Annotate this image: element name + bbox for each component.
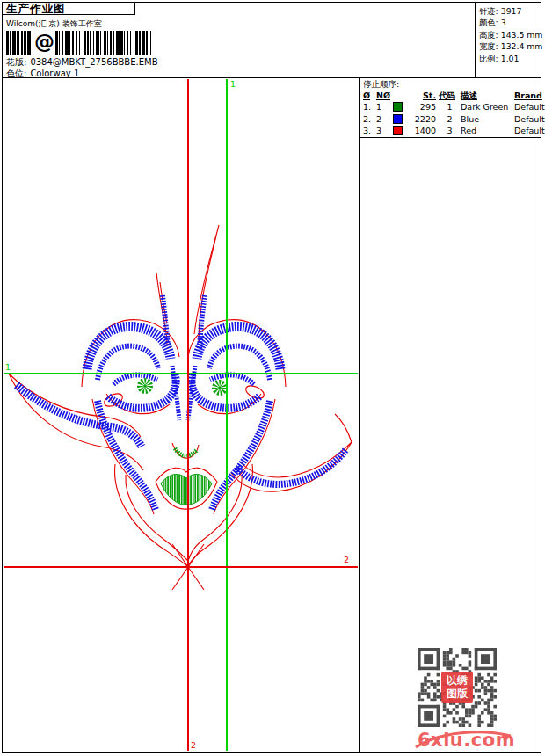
design-canvas: 1 1 2 2 — [3, 77, 359, 752]
table-row: 2. — [363, 113, 376, 126]
worksheet-border: 生产作业图 Wilcom(汇 京) 装饰工作室 @ 花版:0384@MBKT_2… — [2, 2, 541, 753]
color-swatch — [393, 126, 403, 135]
production-worksheet: 生产作业图 Wilcom(汇 京) 装饰工作室 @ 花版:0384@MBKT_2… — [0, 0, 545, 756]
col-seq: Ø — [363, 90, 376, 101]
pattern-label: 花版: — [6, 57, 26, 67]
color-swatch — [393, 102, 403, 112]
stat-stitches: 针迹:3917 — [479, 5, 541, 17]
lips-stitch — [161, 474, 212, 505]
red-outline-layer — [9, 225, 352, 590]
design-stats: 针迹:3917 颜色:3 高度:143.5 mm 宽度:132.4 mm 比例:… — [475, 3, 541, 77]
end-marker-bottom: 2 — [191, 740, 196, 750]
stat-scale: 比例:1.01 — [479, 53, 541, 64]
end-marker-right: 2 — [344, 555, 349, 564]
stat-colors: 颜色:3 — [479, 17, 541, 28]
col-n: NØ — [376, 90, 393, 101]
stat-width: 宽度:132.4 mm — [479, 40, 541, 52]
site-watermark: 6xiu.com — [412, 724, 518, 752]
table-row: 1. — [363, 101, 376, 113]
page-title: 生产作业图 — [3, 3, 135, 15]
stop-sequence-grid: Ø NØ St. 代码 描述 Brand 元素 1. 1 295 1 Dark … — [363, 90, 541, 137]
start-marker-top: 1 — [230, 79, 236, 89]
stat-height: 高度:143.5 mm — [479, 29, 541, 40]
right-cheek-stitch — [212, 401, 270, 510]
color-swatch — [393, 114, 403, 124]
pattern-line: 花版:0384@MBKT_2756BBBE.EMB — [6, 56, 158, 69]
design-area: 1 1 2 2 — [3, 77, 360, 752]
barcode-at-glyph: @ — [33, 31, 55, 55]
watermark-swoosh-icon — [412, 724, 518, 752]
col-desc: 描述 — [461, 90, 514, 101]
stop-sequence-table: 停止顺序: Ø NØ St. 代码 描述 Brand 元素 1. 1 295 1… — [360, 77, 541, 138]
table-row: 3. — [363, 125, 376, 137]
col-brand: Brand — [514, 90, 545, 101]
pattern-value: 0384@MBKT_2756BBBE.EMB — [30, 57, 157, 67]
col-code: 代码 — [439, 90, 461, 101]
green-stitch-layer — [141, 382, 224, 505]
company-name: Wilcom(汇 京) 装饰工作室 — [6, 18, 102, 30]
qr-seal: 以绣 图版 — [441, 672, 473, 703]
header: 生产作业图 Wilcom(汇 京) 装饰工作室 @ 花版:0384@MBKT_2… — [3, 3, 541, 78]
stop-sequence-title: 停止顺序: — [363, 79, 541, 90]
qr-code: 以绣 图版 — [418, 648, 497, 727]
col-st: St. — [412, 90, 439, 101]
start-marker-left: 1 — [5, 362, 11, 372]
barcode: @ — [6, 31, 270, 55]
right-panel: 停止顺序: Ø NØ St. 代码 描述 Brand 元素 1. 1 295 1… — [360, 77, 541, 752]
